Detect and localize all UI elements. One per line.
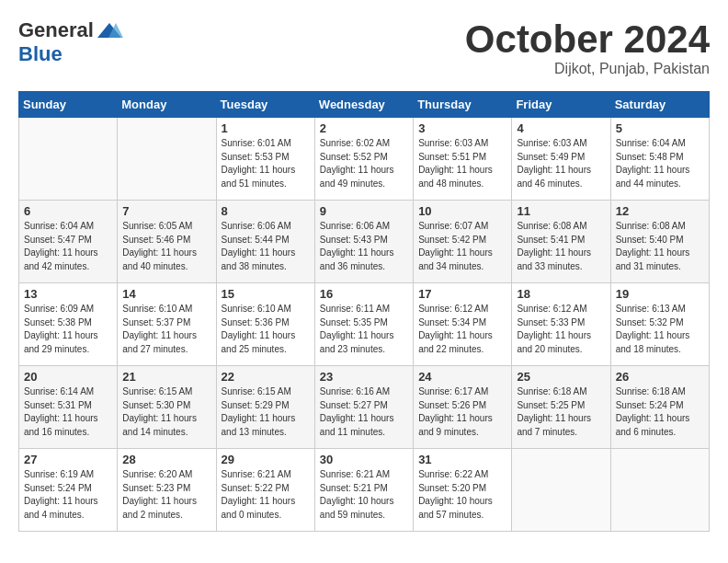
day-of-week-header: Saturday	[610, 92, 709, 118]
day-number: 30	[320, 453, 408, 466]
day-info: Sunrise: 6:15 AM Sunset: 5:30 PM Dayligh…	[122, 385, 210, 439]
day-info: Sunrise: 6:22 AM Sunset: 5:20 PM Dayligh…	[418, 468, 506, 522]
day-number: 23	[320, 370, 408, 384]
day-number: 12	[616, 204, 704, 218]
day-number: 13	[24, 287, 112, 301]
day-number: 5	[616, 121, 704, 135]
day-number: 14	[122, 287, 210, 301]
day-number: 1	[222, 121, 310, 135]
calendar-cell: 7Sunrise: 6:05 AM Sunset: 5:46 PM Daylig…	[118, 201, 216, 283]
day-info: Sunrise: 6:15 AM Sunset: 5:29 PM Dayligh…	[222, 385, 310, 439]
day-info: Sunrise: 6:10 AM Sunset: 5:36 PM Dayligh…	[222, 303, 310, 356]
calendar-cell: 19Sunrise: 6:13 AM Sunset: 5:32 PM Dayli…	[610, 283, 709, 366]
calendar-cell: 23Sunrise: 6:16 AM Sunset: 5:27 PM Dayli…	[314, 366, 413, 449]
day-number: 6	[24, 204, 112, 218]
calendar-cell: 2Sunrise: 6:02 AM Sunset: 5:52 PM Daylig…	[314, 118, 413, 201]
day-number: 28	[122, 453, 210, 466]
calendar-cell	[118, 118, 216, 201]
logo-general-text: General	[18, 18, 94, 42]
calendar-cell: 20Sunrise: 6:14 AM Sunset: 5:31 PM Dayli…	[19, 366, 118, 449]
calendar-cell: 16Sunrise: 6:11 AM Sunset: 5:35 PM Dayli…	[314, 283, 413, 366]
calendar-cell	[610, 449, 709, 532]
day-info: Sunrise: 6:06 AM Sunset: 5:44 PM Dayligh…	[222, 220, 310, 273]
day-info: Sunrise: 6:18 AM Sunset: 5:24 PM Dayligh…	[616, 385, 704, 439]
day-number: 26	[616, 370, 704, 384]
calendar-header: SundayMondayTuesdayWednesdayThursdayFrid…	[19, 92, 710, 118]
day-number: 11	[517, 204, 605, 218]
day-number: 22	[222, 370, 310, 384]
day-number: 19	[616, 287, 704, 301]
day-info: Sunrise: 6:08 AM Sunset: 5:41 PM Dayligh…	[517, 220, 605, 273]
calendar-cell: 17Sunrise: 6:12 AM Sunset: 5:34 PM Dayli…	[414, 283, 512, 366]
day-number: 31	[418, 453, 506, 466]
day-info: Sunrise: 6:16 AM Sunset: 5:27 PM Dayligh…	[320, 385, 408, 439]
logo-icon	[96, 21, 123, 40]
calendar-cell: 31Sunrise: 6:22 AM Sunset: 5:20 PM Dayli…	[414, 449, 512, 532]
calendar-week-row: 6Sunrise: 6:04 AM Sunset: 5:47 PM Daylig…	[19, 201, 710, 283]
day-number: 20	[24, 370, 112, 384]
day-info: Sunrise: 6:20 AM Sunset: 5:23 PM Dayligh…	[122, 468, 210, 522]
calendar-week-row: 20Sunrise: 6:14 AM Sunset: 5:31 PM Dayli…	[19, 366, 710, 449]
calendar-cell: 13Sunrise: 6:09 AM Sunset: 5:38 PM Dayli…	[19, 283, 118, 366]
day-info: Sunrise: 6:19 AM Sunset: 5:24 PM Dayligh…	[24, 468, 112, 522]
month-title: October 2024	[465, 18, 710, 61]
day-info: Sunrise: 6:06 AM Sunset: 5:43 PM Dayligh…	[320, 220, 408, 273]
calendar-cell: 6Sunrise: 6:04 AM Sunset: 5:47 PM Daylig…	[19, 201, 118, 283]
calendar-cell: 5Sunrise: 6:04 AM Sunset: 5:48 PM Daylig…	[610, 118, 709, 201]
day-number: 16	[320, 287, 408, 301]
calendar-cell: 28Sunrise: 6:20 AM Sunset: 5:23 PM Dayli…	[118, 449, 216, 532]
day-info: Sunrise: 6:05 AM Sunset: 5:46 PM Dayligh…	[122, 220, 210, 273]
day-number: 21	[122, 370, 210, 384]
calendar-cell: 18Sunrise: 6:12 AM Sunset: 5:33 PM Dayli…	[512, 283, 610, 366]
day-number: 2	[320, 121, 408, 135]
day-number: 29	[222, 453, 310, 466]
calendar-cell: 29Sunrise: 6:21 AM Sunset: 5:22 PM Dayli…	[216, 449, 314, 532]
page-header: General Blue October 2024 Dijkot, Punjab…	[18, 18, 710, 77]
calendar-cell: 27Sunrise: 6:19 AM Sunset: 5:24 PM Dayli…	[19, 449, 118, 532]
day-info: Sunrise: 6:12 AM Sunset: 5:33 PM Dayligh…	[517, 303, 605, 356]
day-info: Sunrise: 6:12 AM Sunset: 5:34 PM Dayligh…	[418, 303, 506, 356]
calendar-week-row: 27Sunrise: 6:19 AM Sunset: 5:24 PM Dayli…	[19, 449, 710, 532]
day-of-week-header: Tuesday	[216, 92, 314, 118]
day-info: Sunrise: 6:21 AM Sunset: 5:21 PM Dayligh…	[320, 468, 408, 522]
day-number: 7	[122, 204, 210, 218]
day-info: Sunrise: 6:13 AM Sunset: 5:32 PM Dayligh…	[616, 303, 704, 356]
day-number: 25	[517, 370, 605, 384]
day-number: 15	[222, 287, 310, 301]
calendar-cell: 1Sunrise: 6:01 AM Sunset: 5:53 PM Daylig…	[216, 118, 314, 201]
day-info: Sunrise: 6:01 AM Sunset: 5:53 PM Dayligh…	[222, 137, 310, 190]
title-block: October 2024 Dijkot, Punjab, Pakistan	[465, 18, 710, 77]
day-info: Sunrise: 6:04 AM Sunset: 5:48 PM Dayligh…	[616, 137, 704, 190]
calendar-cell: 24Sunrise: 6:17 AM Sunset: 5:26 PM Dayli…	[414, 366, 512, 449]
calendar-cell: 12Sunrise: 6:08 AM Sunset: 5:40 PM Dayli…	[610, 201, 709, 283]
calendar-cell: 14Sunrise: 6:10 AM Sunset: 5:37 PM Dayli…	[118, 283, 216, 366]
calendar-cell: 11Sunrise: 6:08 AM Sunset: 5:41 PM Dayli…	[512, 201, 610, 283]
day-info: Sunrise: 6:18 AM Sunset: 5:25 PM Dayligh…	[517, 385, 605, 439]
calendar-cell	[19, 118, 118, 201]
day-number: 10	[418, 204, 506, 218]
calendar-cell: 15Sunrise: 6:10 AM Sunset: 5:36 PM Dayli…	[216, 283, 314, 366]
day-info: Sunrise: 6:17 AM Sunset: 5:26 PM Dayligh…	[418, 385, 506, 439]
logo: General Blue	[18, 18, 123, 66]
day-of-week-header: Wednesday	[314, 92, 413, 118]
day-info: Sunrise: 6:09 AM Sunset: 5:38 PM Dayligh…	[24, 303, 112, 356]
calendar-week-row: 1Sunrise: 6:01 AM Sunset: 5:53 PM Daylig…	[19, 118, 710, 201]
day-number: 18	[517, 287, 605, 301]
day-info: Sunrise: 6:02 AM Sunset: 5:52 PM Dayligh…	[320, 137, 408, 190]
day-info: Sunrise: 6:07 AM Sunset: 5:42 PM Dayligh…	[418, 220, 506, 273]
day-of-week-header: Thursday	[414, 92, 512, 118]
day-info: Sunrise: 6:11 AM Sunset: 5:35 PM Dayligh…	[320, 303, 408, 356]
day-number: 24	[418, 370, 506, 384]
calendar-cell: 3Sunrise: 6:03 AM Sunset: 5:51 PM Daylig…	[414, 118, 512, 201]
logo-blue-text: Blue	[18, 42, 63, 66]
day-of-week-header: Monday	[118, 92, 216, 118]
day-number: 3	[418, 121, 506, 135]
day-number: 17	[418, 287, 506, 301]
calendar-cell: 4Sunrise: 6:03 AM Sunset: 5:49 PM Daylig…	[512, 118, 610, 201]
day-number: 27	[24, 453, 112, 466]
location: Dijkot, Punjab, Pakistan	[465, 61, 710, 77]
day-of-week-header: Friday	[512, 92, 610, 118]
calendar-cell: 9Sunrise: 6:06 AM Sunset: 5:43 PM Daylig…	[314, 201, 413, 283]
day-info: Sunrise: 6:03 AM Sunset: 5:49 PM Dayligh…	[517, 137, 605, 190]
day-number: 9	[320, 204, 408, 218]
